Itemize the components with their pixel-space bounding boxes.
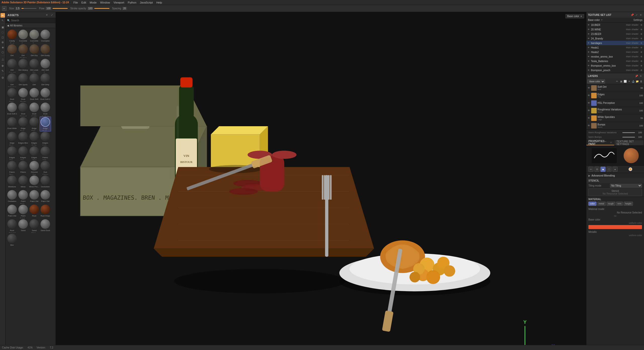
asset-item[interactable]: Dust Soft 2: [40, 88, 51, 102]
ts-settings-icon[interactable]: ⚙: [639, 32, 643, 36]
stencil-tiling-select[interactable]: No Tiling: [610, 184, 642, 188]
asset-item[interactable]: Crumples: [40, 29, 51, 44]
mat-channel-nrm[interactable]: nrm: [616, 202, 623, 206]
tool-settings[interactable]: ⚙: [1, 75, 5, 80]
ts-settings-icon[interactable]: ⚙: [639, 59, 643, 63]
ts-settings-icon[interactable]: ⚙: [639, 64, 643, 67]
asset-item[interactable]: Dirt Dry: [29, 44, 40, 58]
tool-transform[interactable]: ✥: [1, 64, 5, 68]
texture-set-row[interactable]: 👁 thompson_emmo_box Main shader ⚙: [586, 63, 644, 68]
layer-row[interactable]: 👁 White Speckles Ldge 55: [586, 114, 644, 122]
asset-item[interactable]: Dust Soft 2: [7, 102, 18, 117]
ts-pin-icon[interactable]: 📌: [630, 13, 634, 17]
search-input[interactable]: [11, 19, 54, 22]
asset-item[interactable]: Sand Cavi...: [29, 219, 40, 233]
texture-set-row[interactable]: 👁 Heals1 Main shader ⚙: [586, 45, 644, 50]
asset-item[interactable]: Edges Stro...: [7, 146, 18, 160]
mat-channel-height[interactable]: height: [624, 202, 633, 206]
layer-row[interactable]: 👁 HSL Perceptive 100: [586, 99, 644, 107]
texture-set-row[interactable]: 👁 20.WINE Main shader ⚙: [586, 27, 644, 32]
toolbar-paint-btn[interactable]: ✏: [2, 6, 7, 11]
asset-item[interactable]: Paint Old ...: [40, 190, 51, 204]
mat-channel-rough[interactable]: rough: [607, 202, 615, 206]
layer-row[interactable]: 👁 Bumps Norm 100: [586, 122, 644, 129]
layer-effect-icon[interactable]: ✦: [627, 80, 631, 83]
tool-eraser[interactable]: ◻: [1, 35, 5, 39]
asset-item[interactable]: Edge Dirty...: [29, 117, 40, 131]
asset-item[interactable]: Rust Ground: [7, 219, 18, 233]
menu-javascript[interactable]: JavaScript: [140, 1, 153, 4]
ts-visibility-icon[interactable]: 👁: [587, 69, 590, 71]
size-slider[interactable]: [21, 8, 36, 9]
props-tab-texture-settings[interactable]: TEXTURE SET SETTINGS: [614, 140, 644, 145]
asset-item[interactable]: Dirt Heavy: [18, 58, 29, 73]
texture-set-row[interactable]: 👁 thompson_pouch Main shader ⚙: [586, 68, 644, 72]
assets-close-icon[interactable]: ✕: [45, 13, 49, 17]
props-tool-stencil[interactable]: ⬡: [607, 167, 612, 172]
props-tool-color[interactable]: ●: [613, 167, 618, 172]
ts-settings-icon[interactable]: ⚙: [639, 50, 643, 54]
layer-visibility-icon[interactable]: 👁: [587, 94, 590, 97]
color-dot[interactable]: [629, 167, 632, 171]
props-tab-paint-close[interactable]: ✕: [610, 141, 612, 144]
asset-item[interactable]: Paint Old ...: [7, 204, 18, 219]
tool-paint[interactable]: ✏: [1, 13, 5, 18]
asset-item[interactable]: Moisture: [7, 175, 18, 190]
asset-item[interactable]: Dirt Splashes: [7, 73, 18, 88]
ts-mode-selector[interactable]: Base color ▼: [588, 19, 603, 21]
ts-close-icon[interactable]: ✕: [639, 13, 642, 17]
asset-item[interactable]: Sand: [18, 219, 29, 233]
asset-item[interactable]: Edges Blur: [18, 131, 29, 146]
layer-add-fill-icon[interactable]: ▣: [619, 80, 623, 83]
base-color-bar[interactable]: [588, 225, 642, 229]
asset-item[interactable]: Oxidation: [7, 190, 18, 204]
back-icon[interactable]: ◀: [7, 24, 9, 27]
texture-set-row[interactable]: 👁 24_Brandy Main shader ⚙: [586, 36, 644, 41]
ts-settings-icon[interactable]: ⚙: [639, 23, 643, 27]
tool-picker[interactable]: ◈: [1, 45, 5, 50]
ts-visibility-icon[interactable]: 👁: [587, 55, 590, 58]
ts-settings-icon[interactable]: ⚙: [639, 28, 643, 31]
assets-search[interactable]: 🔍: [6, 18, 56, 23]
layers-header[interactable]: LAYERS 📌 ✕: [586, 73, 644, 79]
ts-expand-icon[interactable]: ⤢: [635, 13, 638, 17]
asset-item[interactable]: Fibers: [18, 160, 29, 175]
layer-visibility-icon[interactable]: 👁: [587, 86, 590, 89]
asset-item[interactable]: Cavity Rust: [7, 29, 18, 44]
asset-item[interactable]: Dirt Spots: [18, 73, 29, 88]
tool-fill[interactable]: ▣: [1, 25, 5, 29]
layer-visibility-icon[interactable]: 👁: [587, 109, 590, 112]
tool-smudge[interactable]: ◌: [1, 30, 5, 34]
ts-visibility-icon[interactable]: 👁: [587, 42, 590, 44]
layer-delete-icon[interactable]: 🗑: [639, 80, 643, 83]
menu-file[interactable]: File: [73, 1, 78, 4]
props-tool-paint[interactable]: ✏: [588, 167, 593, 172]
asset-item[interactable]: Dirt Dusty: [40, 44, 51, 58]
ts-visibility-icon[interactable]: 👁: [587, 24, 590, 26]
asset-item[interactable]: Edge Ston...: [7, 131, 18, 146]
tool-pointer[interactable]: ↖: [1, 18, 5, 23]
layer-group-icon[interactable]: 📁: [635, 80, 639, 83]
ts-visibility-icon[interactable]: 👁: [587, 28, 590, 31]
texture-set-list-header[interactable]: TEXTURE SET LIST 📌 ⤢ ✕: [586, 12, 644, 18]
layer-anchor-icon[interactable]: ⚓: [631, 80, 635, 83]
asset-item[interactable]: Rust: [29, 204, 40, 219]
asset-item[interactable]: Dirt: [29, 73, 40, 88]
mat-channel-metal[interactable]: metal: [597, 202, 606, 206]
asset-item[interactable]: Dust Plastic: [18, 88, 29, 102]
advanced-blending-header[interactable]: ▶ Advanced Blending: [586, 173, 644, 178]
layers-pin-icon[interactable]: 📌: [635, 74, 638, 78]
asset-item[interactable]: Dust Soft: [29, 88, 40, 102]
layer-mode-select[interactable]: Base color Normal Multiply: [587, 79, 605, 83]
asset-item[interactable]: Dirt Soft E...: [40, 58, 51, 73]
asset-item[interactable]: Edge Rust...: [40, 117, 51, 131]
texture-set-row[interactable]: 👁 bandages Main shader ⚙: [586, 41, 644, 45]
asset-item[interactable]: Dust Surface: [40, 102, 51, 117]
assets-expand-icon[interactable]: ⤢: [50, 13, 54, 17]
asset-item[interactable]: Edges Dusty: [29, 131, 40, 146]
layer-visibility-icon[interactable]: 👁: [587, 117, 590, 119]
asset-item[interactable]: Dust Subtle: [29, 102, 40, 117]
asset-item[interactable]: Dirt Cavities: [18, 44, 29, 58]
asset-item[interactable]: Moss: [18, 175, 29, 190]
ts-visibility-icon[interactable]: 👁: [587, 60, 590, 62]
